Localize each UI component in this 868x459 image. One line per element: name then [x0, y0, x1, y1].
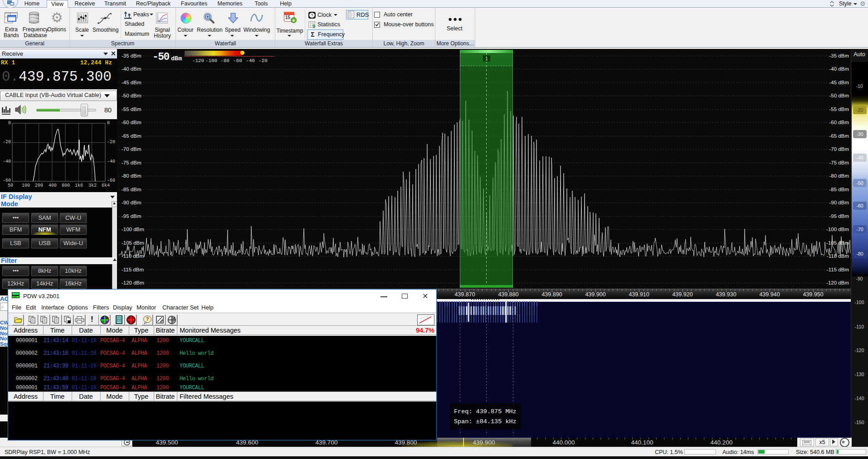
svg-text:?: ?	[146, 316, 149, 322]
